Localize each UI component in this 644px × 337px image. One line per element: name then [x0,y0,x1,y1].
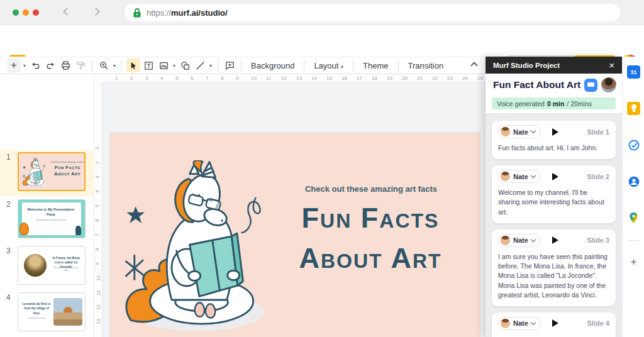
murf-user-avatar[interactable] [601,77,616,92]
ruler-tick: 18 [372,75,377,81]
unicorn-illustration[interactable] [119,160,275,337]
ruler-tick: 4 [94,190,100,192]
murf-panel-title: Murf Studio Project [493,62,560,69]
select-tool-button[interactable] [126,58,140,72]
zoom-dropdown-icon[interactable]: ▾ [111,63,118,69]
thumbnail-row-3[interactable]: 3 In France, the Mona Lisa is called 'La… [0,244,94,290]
voice-selector[interactable]: Nate [498,125,541,138]
google-tasks-icon[interactable] [627,138,640,152]
ruler-tick: 19 [387,75,392,81]
slide-kicker-text[interactable]: Check out these amazing art facts [299,184,443,194]
google-keep-icon[interactable] [627,102,640,115]
ruler-tick: 5 [94,204,100,207]
voice-name: Nate [513,319,528,327]
slide-thumbnail-2[interactable]: Welcome to My Presentation Party I'll be… [18,199,86,238]
chevron-down-icon [531,173,536,178]
undo-button[interactable] [28,58,42,72]
layout-button[interactable]: Layout ▾ [308,59,349,72]
voice-avatar [501,172,510,181]
ruler-tick: 25 [477,75,483,81]
new-slide-button[interactable]: + [7,58,21,72]
ruler-tick: 1 [115,75,118,81]
thumbnail-row-1[interactable]: 1 Check out these amazing art facts Fun … [0,150,94,196]
insert-comment-button[interactable] [223,58,236,72]
add-addon-icon[interactable]: + [627,255,640,268]
line-dropdown-icon[interactable]: ▾ [208,63,214,69]
voice-block-card: Nate Slide 2 Welcome to my channel. I'll… [492,165,616,223]
voice-script-text[interactable]: Welcome to my channel. I'll be sharing s… [498,188,609,217]
window-button-green[interactable] [13,9,19,16]
voice-selector[interactable]: Nate [498,170,541,183]
theme-button[interactable]: Theme [357,59,394,72]
new-slide-dropdown-icon[interactable]: ▾ [21,63,28,69]
transition-button[interactable]: Transition [402,59,450,72]
address-bar[interactable]: https://murf.ai/studio/ [125,4,620,21]
redo-button[interactable] [43,58,57,72]
voice-name: Nate [513,173,528,180]
ruler-tick: 7 [94,233,100,236]
slide-number: 1 [6,153,11,162]
mini-figure-illustration [75,226,81,235]
paint-format-button[interactable] [74,58,87,72]
background-button[interactable]: Background [245,59,300,72]
ruler-tick: 13 [296,75,302,81]
screen: https://murf.ai/studio/ Fun Facts About … [0,0,644,337]
ruler-tick: 10 [96,275,101,281]
ruler-tick: 23 [447,75,453,81]
voice-avatar [501,319,510,328]
slide-canvas[interactable]: Check out these amazing art facts Fun Fa… [110,133,480,337]
window-button-orange[interactable] [23,9,29,16]
browser-bar: https://murf.ai/studio/ [0,0,644,25]
mini-mona-lisa-image [24,254,47,277]
voice-block-card: Nate Slide 1 Fun facts about art. Hi, I … [492,121,616,159]
close-icon[interactable]: × [609,60,614,70]
insert-image-button[interactable] [157,58,170,72]
voice-selector[interactable]: Nate [498,317,541,330]
play-icon[interactable] [552,236,558,244]
voice-selector[interactable]: Nate [498,234,541,247]
thumbnail-row-4[interactable]: 4 Leonardo da Vinci is from the village … [0,290,94,336]
ruler-tick: 11 [266,75,271,81]
image-dropdown-icon[interactable]: ▾ [171,63,177,69]
ruler-tick: 12 [96,304,101,310]
slide-label: Slide 1 [587,128,609,136]
insert-shape-button[interactable] [178,58,192,72]
voice-block-card: Nate Slide 4 Leonardo da Vinci is from t… [492,312,616,337]
mini-dino-illustration [19,223,29,235]
ruler-tick: 16 [341,75,347,81]
voice-script-text[interactable]: I am sure you have seen this painting be… [498,252,609,300]
slide-label: Slide 3 [587,236,609,244]
google-contacts-icon[interactable] [627,175,640,188]
app-header: Fun Facts About Art FileEditViewInsertFo… [0,25,644,57]
slide-thumbnail-4[interactable]: Leonardo da Vinci is from the village of… [18,292,86,331]
voice-block-list: Nate Slide 1 Fun facts about art. Hi, I … [486,114,622,337]
slide-title-text[interactable]: Fun Facts About Art [286,198,455,279]
google-maps-icon[interactable] [627,211,640,224]
voice-generated-badge: Voice generated 0 min / 20mins [492,97,616,109]
play-icon[interactable] [552,173,558,180]
ruler-tick: 9 [94,262,100,265]
window-button-red[interactable] [33,9,39,16]
chevron-down-icon [531,128,536,133]
ruler-tick: 20 [402,75,408,81]
ruler-tick: 12 [281,75,287,81]
chat-icon[interactable] [584,79,597,92]
text-box-button[interactable] [142,58,155,72]
google-calendar-icon[interactable]: 31 [627,65,640,79]
collapse-toolbar-icon[interactable] [470,62,477,69]
ruler-tick: 9 [236,75,238,81]
ruler-vertical: 12345678910111213 [94,82,103,337]
play-icon[interactable] [552,319,558,327]
slide-thumbnail-1[interactable]: Check out these amazing art facts Fun Fa… [18,152,86,191]
browser-back-icon[interactable] [63,8,71,16]
insert-line-button[interactable] [193,58,207,72]
play-icon[interactable] [552,128,558,136]
print-button[interactable] [58,58,72,72]
zoom-button[interactable] [97,58,111,72]
slide-filmstrip: 1 Check out these amazing art facts Fun … [0,74,94,337]
thumbnail-row-2[interactable]: 2 Welcome to My Presentation Party I'll … [0,197,94,243]
slide-thumbnail-3[interactable]: In France, the Mona Lisa is called 'La J… [18,246,86,285]
browser-forward-icon[interactable] [92,8,100,16]
voice-script-text[interactable]: Fun facts about art. Hi, I am John. [498,143,609,153]
ruler-tick: 1 [94,146,100,149]
